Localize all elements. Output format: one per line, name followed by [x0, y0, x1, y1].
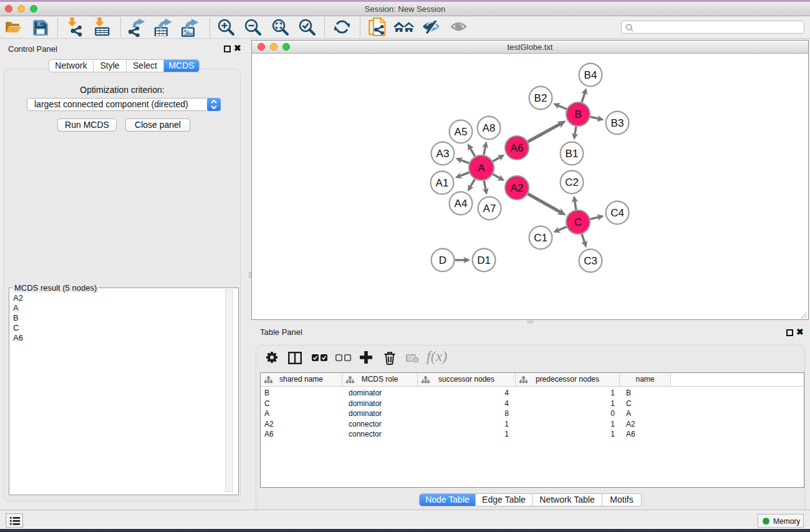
- svg-text:C3: C3: [584, 255, 597, 267]
- svg-text:C1: C1: [534, 232, 547, 244]
- svg-text:A6: A6: [511, 142, 524, 154]
- svg-text:B3: B3: [611, 117, 624, 129]
- svg-text:B: B: [574, 109, 581, 120]
- svg-text:B2: B2: [534, 92, 547, 104]
- svg-text:B1: B1: [566, 148, 579, 160]
- svg-text:A5: A5: [455, 126, 468, 138]
- svg-text:C2: C2: [565, 177, 579, 188]
- svg-text:D: D: [439, 254, 446, 266]
- svg-text:D1: D1: [477, 254, 491, 266]
- svg-text:A7: A7: [483, 203, 496, 215]
- svg-text:A4: A4: [455, 198, 468, 210]
- svg-text:C: C: [574, 216, 582, 228]
- svg-text:A2: A2: [511, 182, 524, 194]
- svg-text:A3: A3: [436, 148, 450, 160]
- svg-text:B4: B4: [584, 69, 597, 81]
- svg-text:A1: A1: [436, 177, 449, 189]
- svg-text:A8: A8: [483, 122, 496, 134]
- svg-text:C4: C4: [610, 207, 624, 219]
- svg-text:A: A: [478, 162, 485, 174]
